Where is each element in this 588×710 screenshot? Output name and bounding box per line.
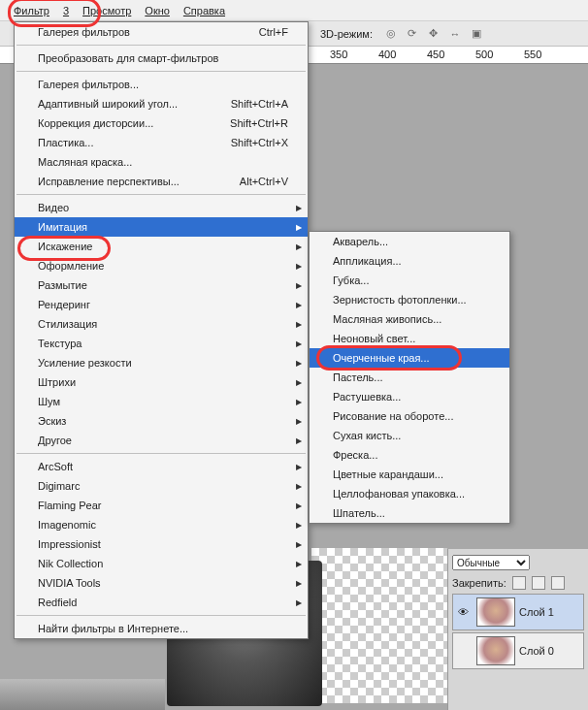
menu-item-last-filter[interactable]: Галерея фильтровCtrl+F — [15, 22, 308, 42]
menu-item-sharpen[interactable]: Усиление резкости — [15, 353, 308, 372]
sub-grain[interactable]: Зернистость фотопленки... — [310, 290, 509, 309]
lock-position-icon[interactable] — [532, 576, 545, 590]
sub-palette[interactable]: Шпатель... — [310, 503, 509, 523]
sub-plastic[interactable]: Целлофановая упаковка... — [310, 484, 509, 503]
layer-thumbnail[interactable] — [476, 636, 515, 665]
lock-pixels-icon[interactable] — [512, 576, 526, 590]
menu-item-adaptive[interactable]: Адаптивный широкий угол...Shift+Ctrl+A — [15, 94, 308, 113]
transparent-area — [311, 548, 447, 703]
sub-oilpaint[interactable]: Масляная живопись... — [310, 309, 509, 329]
sub-neon[interactable]: Неоновый свет... — [310, 329, 509, 348]
menu-item-vanish[interactable]: Исправление перспективы...Alt+Ctrl+V — [15, 172, 308, 191]
menu-item-render[interactable]: Рендеринг — [15, 295, 308, 314]
sub-pencil[interactable]: Цветные карандаши... — [310, 465, 509, 484]
roll-icon[interactable]: ⟳ — [406, 27, 419, 41]
menu-item-sketch[interactable]: Эскиз — [15, 411, 308, 431]
filter-menu: Галерея фильтровCtrl+F Преобразовать для… — [14, 21, 309, 639]
menu-item-pixelate[interactable]: Оформление — [15, 256, 308, 275]
menu-item-smart[interactable]: Преобразовать для смарт-фильтров — [15, 48, 308, 68]
menu-item-stylize[interactable]: Стилизация — [15, 314, 308, 334]
document-image-bottom — [0, 679, 165, 710]
sub-drybrush[interactable]: Сухая кисть... — [310, 426, 509, 445]
menu-item-distort[interactable]: Искажение — [15, 237, 308, 256]
menu-item-liquify[interactable]: Пластика...Shift+Ctrl+X — [15, 133, 308, 152]
menu-item-digimarc[interactable]: Digimarc — [15, 476, 308, 496]
layer-name: Слой 1 — [519, 606, 554, 618]
sub-watercolor[interactable]: Акварель... — [310, 232, 509, 251]
artistic-submenu: Акварель... Аппликация... Губка... Зерни… — [309, 231, 510, 524]
sub-cutout[interactable]: Аппликация... — [310, 251, 509, 271]
menu-item-video[interactable]: Видео — [15, 198, 308, 217]
menu-item-oil[interactable]: Масляная краска... — [15, 152, 308, 172]
menu-item-gallery[interactable]: Галерея фильтров... — [15, 75, 308, 94]
sub-underpaint[interactable]: Рисование на обороте... — [310, 406, 509, 426]
menu-item-noise[interactable]: Шум — [15, 392, 308, 411]
layer-row[interactable]: 👁 Слой 1 — [452, 594, 584, 630]
menu-item-redfield[interactable]: Redfield — [15, 593, 308, 612]
sub-sponge[interactable]: Губка... — [310, 271, 509, 290]
sub-fresco[interactable]: Фреска... — [310, 445, 509, 465]
layer-name: Слой 0 — [519, 645, 554, 657]
menu-item-texture[interactable]: Текстура — [15, 334, 308, 353]
menubar: Фильтр 3 Просмотр Окно Справка — [0, 0, 588, 21]
layer-row[interactable]: Слой 0 — [452, 632, 584, 669]
menu-item-arcsoft[interactable]: ArcSoft — [15, 457, 308, 476]
pan-icon[interactable]: ✥ — [427, 27, 441, 41]
sub-smudge[interactable]: Растушевка... — [310, 387, 509, 406]
lock-all-icon[interactable] — [551, 576, 565, 590]
mode-label: 3D-режим: — [320, 28, 373, 40]
layers-panel: Обычные Закрепить: 👁 Слой 1 Слой 0 — [447, 549, 588, 710]
menu-item-nvidia[interactable]: NVIDIA Tools — [15, 573, 308, 593]
menu-window[interactable]: Окно — [145, 5, 170, 16]
visibility-icon[interactable]: 👁 — [453, 606, 473, 618]
menu-item-flaming[interactable]: Flaming Pear — [15, 496, 308, 515]
menu-filter[interactable]: Фильтр — [14, 5, 49, 16]
menu-3d[interactable]: 3 — [63, 5, 69, 16]
menu-item-blur[interactable]: Размытие — [15, 275, 308, 295]
menu-view[interactable]: Просмотр — [82, 5, 131, 16]
menu-help[interactable]: Справка — [183, 5, 225, 16]
lock-label: Закрепить: — [452, 577, 506, 589]
menu-item-strokes[interactable]: Штрихи — [15, 372, 308, 392]
menu-item-artistic[interactable]: Имитация — [15, 217, 308, 237]
slide-icon[interactable]: ↔ — [448, 27, 462, 41]
menu-item-other[interactable]: Другое — [15, 431, 308, 450]
orbit-icon[interactable]: ◎ — [384, 27, 398, 41]
menu-item-imagenomic[interactable]: Imagenomic — [15, 515, 308, 534]
layer-thumbnail[interactable] — [476, 597, 515, 627]
blend-mode-select[interactable]: Обычные — [452, 555, 530, 570]
menu-item-impressionist[interactable]: Impressionist — [15, 534, 308, 554]
menu-item-lens[interactable]: Коррекция дисторсии...Shift+Ctrl+R — [15, 113, 308, 133]
menu-item-browse[interactable]: Найти фильтры в Интернете... — [15, 619, 308, 638]
menu-item-nik[interactable]: Nik Collection — [15, 554, 308, 573]
sub-pastel[interactable]: Пастель... — [310, 368, 509, 387]
sub-poster-edges[interactable]: Очерченные края... — [310, 348, 509, 368]
zoom-icon[interactable]: ▣ — [470, 27, 483, 41]
